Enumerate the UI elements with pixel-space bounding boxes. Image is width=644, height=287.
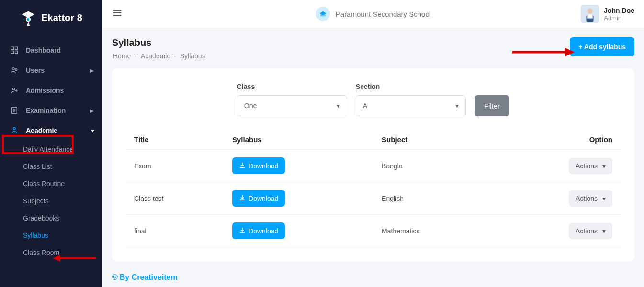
caret-down-icon: ▾ <box>602 195 606 202</box>
svg-point-1 <box>27 18 30 21</box>
topbar: Paramount Secondary School John Doe Admi… <box>102 0 644 28</box>
users-icon <box>10 66 19 75</box>
sidebar-sub-syllabus[interactable]: Syllabus <box>0 227 102 244</box>
filter-button[interactable]: Filter <box>475 95 509 116</box>
cell-subject: Bangla <box>374 150 491 182</box>
avatar <box>581 5 599 23</box>
admissions-icon <box>10 86 19 95</box>
col-syllabus: Syllabus <box>225 130 374 150</box>
syllabus-table: Title Syllabus Subject Option Exam Downl… <box>126 130 620 247</box>
page-header: Syllabus Home - Academic - Syllabus + Ad… <box>112 37 634 60</box>
cell-title: Exam <box>126 150 225 182</box>
sidebar-item-label: Admissions <box>26 87 64 94</box>
svg-rect-5 <box>15 51 18 54</box>
svg-point-7 <box>15 69 17 71</box>
svg-point-8 <box>12 88 15 90</box>
breadcrumb-current: Syllabus <box>180 52 205 60</box>
breadcrumb-academic[interactable]: Academic <box>141 52 170 60</box>
filter-bar: Class One ▾ Section A ▾ Filter <box>126 83 620 116</box>
sidebar-item-admissions[interactable]: Admissions <box>0 80 102 100</box>
class-select[interactable]: One ▾ <box>237 95 347 116</box>
table-row: Class test Download English Actions▾ <box>126 182 620 215</box>
sidebar-sub-subjects[interactable]: Subjects <box>0 192 102 210</box>
cell-subject: Mathematics <box>374 215 491 247</box>
class-label: Class <box>237 83 347 90</box>
svg-point-6 <box>12 68 15 70</box>
sidebar: Ekattor 8 Dashboard Users ▶ Admissions E… <box>0 0 102 287</box>
page-title: Syllabus <box>112 37 206 48</box>
download-icon <box>239 162 246 170</box>
examination-icon <box>10 106 19 115</box>
breadcrumb-home[interactable]: Home <box>113 52 131 60</box>
cell-title: Class test <box>126 182 225 215</box>
sidebar-item-label: Dashboard <box>26 46 61 54</box>
dashboard-icon <box>10 46 19 55</box>
sidebar-item-label: Examination <box>26 107 66 114</box>
sidebar-item-examination[interactable]: Examination ▶ <box>0 100 102 121</box>
breadcrumb: Home - Academic - Syllabus <box>112 52 206 60</box>
class-select-value: One <box>244 102 257 110</box>
download-icon <box>239 194 246 202</box>
chevron-down-icon: ▾ <box>455 102 459 110</box>
sidebar-item-label: Academic <box>26 127 57 134</box>
brand: Ekattor 8 <box>0 10 102 26</box>
school-badge: Paramount Secondary School <box>316 7 431 21</box>
download-icon <box>239 227 246 235</box>
sidebar-item-users[interactable]: Users ▶ <box>0 60 102 80</box>
main: Paramount Secondary School John Doe Admi… <box>102 0 644 287</box>
syllabus-card: Class One ▾ Section A ▾ Filter <box>112 68 634 262</box>
actions-button[interactable]: Actions▾ <box>569 158 612 174</box>
actions-button[interactable]: Actions▾ <box>569 223 612 239</box>
svg-rect-4 <box>11 51 13 54</box>
sidebar-sub-class-routine[interactable]: Class Routine <box>0 175 102 192</box>
school-name: Paramount Secondary School <box>336 10 431 18</box>
svg-rect-3 <box>15 47 18 49</box>
sidebar-sub-class-list[interactable]: Class List <box>0 158 102 175</box>
download-button[interactable]: Download <box>232 222 285 239</box>
add-syllabus-button[interactable]: + Add syllabus <box>570 37 634 56</box>
table-row: final Download Mathematics Actions▾ <box>126 215 620 247</box>
cell-subject: English <box>374 182 491 215</box>
user-role: Admin <box>604 14 634 22</box>
sidebar-sub-gradebooks[interactable]: Gradebooks <box>0 210 102 227</box>
brand-name: Ekattor 8 <box>41 12 82 23</box>
footer-credit[interactable]: © By Creativeitem <box>112 273 634 282</box>
svg-point-12 <box>588 9 593 14</box>
copyright-icon: © <box>112 273 118 282</box>
user-meta: John Doe Admin <box>604 7 634 22</box>
sidebar-sub-class-room[interactable]: Class Room <box>0 244 102 261</box>
menu-toggle-icon[interactable] <box>112 8 123 20</box>
actions-button[interactable]: Actions▾ <box>569 190 612 207</box>
school-icon <box>316 7 330 21</box>
brand-logo-icon <box>20 10 36 26</box>
sidebar-item-academic[interactable]: Academic ▾ <box>0 121 102 141</box>
caret-down-icon: ▾ <box>602 162 606 170</box>
sidebar-item-dashboard[interactable]: Dashboard <box>0 40 102 60</box>
chevron-down-icon: ▾ <box>337 102 340 110</box>
chevron-right-icon: ▶ <box>90 108 94 113</box>
chevron-right-icon: ▶ <box>90 68 94 73</box>
caret-down-icon: ▾ <box>602 227 606 235</box>
section-label: Section <box>356 83 466 90</box>
svg-rect-2 <box>11 47 13 49</box>
chevron-down-icon: ▾ <box>91 128 94 133</box>
download-button[interactable]: Download <box>232 190 285 207</box>
section-select[interactable]: A ▾ <box>356 95 466 116</box>
col-option: Option <box>491 130 620 150</box>
table-row: Exam Download Bangla Actions▾ <box>126 150 620 182</box>
user-name: John Doe <box>604 7 634 14</box>
col-subject: Subject <box>374 130 491 150</box>
cell-title: final <box>126 215 225 247</box>
user-menu[interactable]: John Doe Admin <box>581 5 634 23</box>
content: Syllabus Home - Academic - Syllabus + Ad… <box>102 28 644 287</box>
svg-point-10 <box>13 127 16 130</box>
section-select-value: A <box>363 102 367 110</box>
academic-icon <box>10 126 19 135</box>
sidebar-item-label: Users <box>26 66 45 74</box>
sidebar-sub-daily-attendance[interactable]: Daily Attendance <box>0 141 102 158</box>
download-button[interactable]: Download <box>232 157 285 174</box>
col-title: Title <box>126 130 225 150</box>
svg-rect-14 <box>588 15 593 19</box>
